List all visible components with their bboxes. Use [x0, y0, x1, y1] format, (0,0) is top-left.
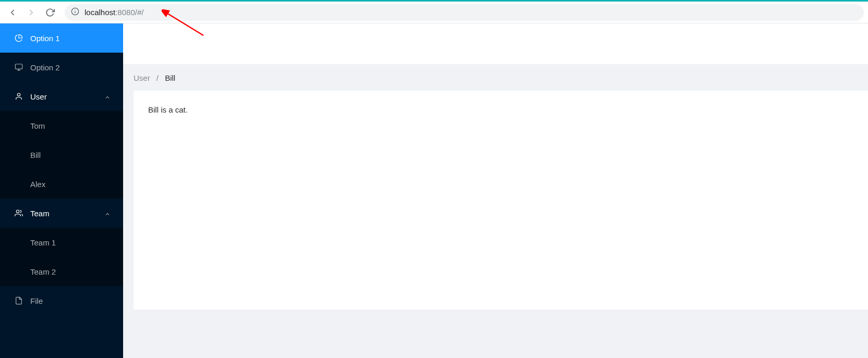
breadcrumb-item[interactable]: User [134, 73, 150, 82]
sidebar-item-option-2[interactable]: Option 2 [0, 53, 123, 82]
sidebar-item-team-1[interactable]: Team 1 [0, 228, 123, 257]
chevron-up-icon [104, 210, 111, 216]
sidebar-item-user-alex[interactable]: Alex [0, 169, 123, 199]
url-rest: :8080/#/ [115, 8, 143, 17]
sidebar-item-label: Tom [30, 121, 45, 130]
top-bar [123, 23, 868, 64]
url-text: localhost:8080/#/ [85, 8, 143, 17]
browser-toolbar: localhost:8080/#/ [0, 0, 868, 23]
content-card: Bill is a cat. [134, 91, 868, 310]
sidebar-submenu-team[interactable]: Team [0, 199, 123, 228]
sidebar-item-label: User [30, 92, 104, 101]
address-bar[interactable]: localhost:8080/#/ [65, 4, 864, 21]
reload-button[interactable] [42, 4, 58, 21]
breadcrumb-separator: / [156, 73, 159, 82]
forward-button[interactable] [23, 4, 40, 21]
sidebar-item-label: Bill [30, 151, 41, 159]
pie-chart-icon [15, 34, 23, 42]
sidebar-item-file[interactable]: File [0, 286, 123, 315]
sidebar-item-team-2[interactable]: Team 2 [0, 257, 123, 286]
content-wrapper: User / Bill Bill is a cat. [123, 64, 868, 358]
sidebar-item-option-1[interactable]: Option 1 [0, 23, 123, 53]
main-content: User / Bill Bill is a cat. [123, 23, 868, 358]
app-root: Option 1 Option 2 User Tom Bill Alex [0, 23, 868, 358]
breadcrumb-item: Bill [165, 73, 175, 82]
breadcrumb: User / Bill [123, 64, 868, 91]
chevron-up-icon [104, 93, 111, 100]
sidebar-item-user-bill[interactable]: Bill [0, 140, 123, 169]
svg-point-7 [16, 210, 19, 213]
content-text: Bill is a cat. [148, 105, 188, 114]
sidebar-item-user-tom[interactable]: Tom [0, 111, 123, 140]
back-button[interactable] [4, 4, 21, 21]
sidebar: Option 1 Option 2 User Tom Bill Alex [0, 23, 123, 358]
user-icon [15, 92, 23, 101]
sidebar-item-label: File [30, 297, 111, 305]
sidebar-item-label: Team [30, 209, 104, 218]
svg-rect-3 [15, 64, 22, 69]
sidebar-item-label: Team 1 [30, 238, 56, 247]
info-icon [71, 7, 79, 17]
sidebar-item-label: Option 2 [30, 63, 111, 72]
file-icon [15, 297, 23, 305]
desktop-icon [15, 63, 23, 71]
svg-point-6 [17, 93, 20, 96]
sidebar-submenu-user[interactable]: User [0, 82, 123, 111]
sidebar-item-label: Option 1 [30, 34, 111, 43]
team-icon [15, 209, 23, 217]
sidebar-item-label: Alex [30, 180, 45, 189]
sidebar-item-label: Team 2 [30, 267, 56, 276]
url-host: localhost [85, 8, 115, 17]
